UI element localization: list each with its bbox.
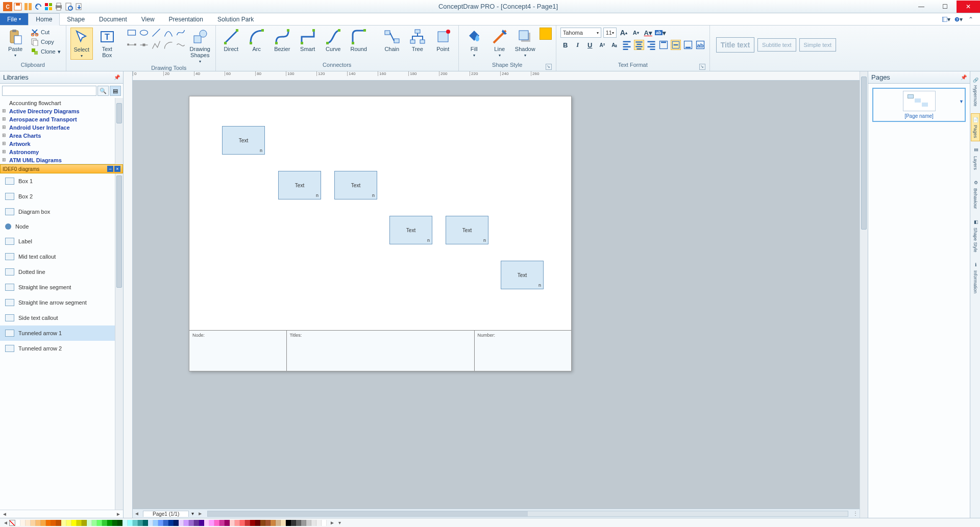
tree-item[interactable]: Astronomy xyxy=(9,148,112,156)
align-right-icon[interactable] xyxy=(646,40,656,50)
shape-item[interactable]: Diagram box xyxy=(0,204,115,219)
color-swatch[interactable] xyxy=(133,520,138,526)
color-swatch[interactable] xyxy=(260,520,265,526)
chain-button[interactable]: Chain xyxy=(381,28,403,53)
tree-item[interactable]: Accounting flowchart xyxy=(9,99,112,107)
color-swatch[interactable] xyxy=(61,520,66,526)
color-swatch[interactable] xyxy=(20,520,26,526)
select-tool-button[interactable]: Select▾ xyxy=(70,28,93,60)
color-swatch[interactable] xyxy=(240,520,245,526)
edit-points-icon[interactable] xyxy=(127,40,137,50)
font-color-icon[interactable]: A▾ xyxy=(643,28,653,38)
colorbar-prev-icon[interactable]: ◄ xyxy=(2,520,9,525)
color-swatch[interactable] xyxy=(163,520,168,526)
color-swatch[interactable] xyxy=(112,520,117,526)
connector-bezier-button[interactable]: Bezier xyxy=(271,28,293,53)
tab-document[interactable]: Document xyxy=(92,13,134,25)
color-swatch[interactable] xyxy=(26,520,31,526)
library-tree[interactable]: Accounting flowchart Active Directory Di… xyxy=(0,98,115,164)
polyline-icon[interactable] xyxy=(151,40,161,50)
pin-icon[interactable]: 📌 xyxy=(114,74,120,80)
no-color-swatch[interactable] xyxy=(9,520,15,526)
color-swatch[interactable] xyxy=(235,520,240,526)
search-icon[interactable]: 🔍 xyxy=(97,86,109,96)
vtab-behaviour[interactable]: ⚙Behaviour xyxy=(971,177,980,213)
tab-home[interactable]: Home xyxy=(28,13,60,26)
file-tab[interactable]: File▾ xyxy=(0,13,28,25)
page[interactable]: Node: Titles: Number: TextnTextnTextnTex… xyxy=(189,96,572,371)
tree-item[interactable]: Active Directory Diagrams xyxy=(9,107,112,115)
color-swatch[interactable] xyxy=(66,520,71,526)
idef-box[interactable]: Textn xyxy=(222,126,265,155)
print-icon[interactable] xyxy=(54,2,63,11)
color-swatch[interactable] xyxy=(179,520,184,526)
vtab-information[interactable]: ℹInformation xyxy=(971,259,980,297)
color-swatch[interactable] xyxy=(311,520,316,526)
drawing-shapes-button[interactable]: Drawing Shapes▾ xyxy=(189,28,211,65)
ellipse-tool-icon[interactable] xyxy=(139,28,149,38)
color-swatch[interactable] xyxy=(250,520,255,526)
copy-button[interactable]: Copy xyxy=(30,37,62,46)
idef-box[interactable]: Textn xyxy=(446,216,488,244)
color-swatch[interactable] xyxy=(128,520,133,526)
preview-icon[interactable] xyxy=(64,2,74,11)
tree-scrollbar[interactable] xyxy=(115,98,123,164)
align-center-icon[interactable] xyxy=(634,40,644,50)
underline-button[interactable]: U xyxy=(585,40,595,50)
grow-font-icon[interactable]: A▴ xyxy=(619,28,629,38)
page-tab-dropdown-icon[interactable]: ▾ xyxy=(189,511,196,516)
export-icon[interactable] xyxy=(75,2,84,11)
shape-item[interactable]: Side text callout xyxy=(0,310,115,325)
color-swatch[interactable] xyxy=(301,520,306,526)
library-section-header[interactable]: IDEF0 diagrams–× xyxy=(0,164,123,173)
color-swatch[interactable] xyxy=(117,520,122,526)
rect-tool-icon[interactable] xyxy=(127,28,137,38)
color-swatch[interactable] xyxy=(199,520,204,526)
shape-item[interactable]: Label xyxy=(0,234,115,249)
connector-curve-button[interactable]: Curve xyxy=(322,28,345,53)
color-swatch[interactable] xyxy=(82,520,87,526)
vtab-shape-style[interactable]: ◧Shape Style xyxy=(971,216,980,256)
color-swatch[interactable] xyxy=(281,520,286,526)
superscript-button[interactable]: A² xyxy=(597,40,607,50)
color-swatch[interactable] xyxy=(71,520,77,526)
shape-item[interactable]: Dotted line xyxy=(0,264,115,280)
idef-box[interactable]: Textn xyxy=(334,171,377,199)
connector-smart-button[interactable]: Smart xyxy=(297,28,319,53)
fill-button[interactable]: Fill▾ xyxy=(463,28,485,59)
title-text-style[interactable]: Title text xyxy=(716,37,754,53)
color-swatch[interactable] xyxy=(276,520,281,526)
shape-item[interactable]: Straight line arrow segment xyxy=(0,295,115,310)
vtab-hypernote[interactable]: 🔗Hypernote xyxy=(971,73,980,110)
tab-presentation[interactable]: Presentation xyxy=(162,13,210,25)
color-swatch[interactable] xyxy=(316,520,322,526)
shape-item[interactable]: Mid text callout xyxy=(0,249,115,264)
color-swatch[interactable] xyxy=(225,520,230,526)
pin-icon[interactable]: 📌 xyxy=(961,74,967,80)
page-thumbnail[interactable]: ▼ [Page name] xyxy=(872,88,966,122)
align-top-icon[interactable] xyxy=(658,40,669,50)
line-tool-icon[interactable] xyxy=(151,28,161,38)
color-swatch[interactable] xyxy=(184,520,189,526)
font-combo[interactable]: Tahoma▾ xyxy=(560,28,601,38)
close-section-icon[interactable]: × xyxy=(114,166,120,172)
shapes-list[interactable]: Box 1Box 2Diagram boxNodeLabelMid text c… xyxy=(0,173,115,510)
color-swatch[interactable] xyxy=(168,520,174,526)
color-swatch[interactable] xyxy=(51,520,56,526)
apps-icon[interactable] xyxy=(44,2,53,11)
save-icon[interactable] xyxy=(13,2,22,11)
page-tab[interactable]: Page1 (1/1) xyxy=(143,511,189,517)
paste-button[interactable]: Paste▾ xyxy=(4,28,27,59)
arc-icon[interactable] xyxy=(163,40,174,50)
color-swatch[interactable] xyxy=(87,520,92,526)
page-prev-icon[interactable]: ◄ xyxy=(133,511,141,516)
theme-color-chip[interactable] xyxy=(540,28,552,40)
shrink-font-icon[interactable]: A▾ xyxy=(631,28,641,38)
color-swatch[interactable] xyxy=(97,520,102,526)
window-layout-icon[interactable]: ▾ xyxy=(942,15,950,23)
library-icon[interactable] xyxy=(23,2,33,11)
color-swatch[interactable] xyxy=(209,520,214,526)
color-swatch[interactable] xyxy=(15,520,20,526)
close-button[interactable]: ✕ xyxy=(957,1,980,13)
color-swatch[interactable] xyxy=(41,520,46,526)
